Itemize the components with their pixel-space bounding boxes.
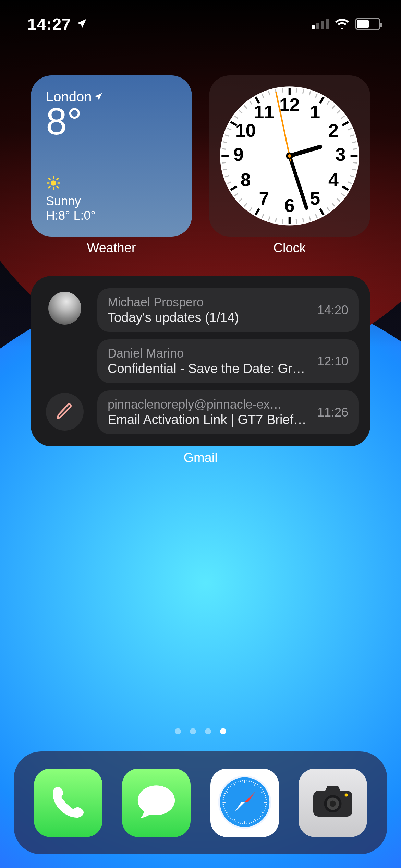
svg-text:5: 5: [310, 188, 320, 208]
weather-temperature: 8°: [46, 103, 177, 140]
gmail-list: Michael Prospero Today's updates (1/14) …: [97, 288, 359, 434]
svg-line-26: [353, 162, 357, 163]
status-bar: 14:27: [0, 0, 401, 41]
mail-subject: Confidential - Save the Date: Gr…: [108, 361, 312, 376]
mail-time: 14:20: [317, 303, 348, 317]
mail-subject: Email Activation Link | GT7 Brief…: [108, 412, 312, 427]
svg-line-146: [238, 781, 238, 782]
svg-line-69: [282, 88, 283, 93]
svg-text:3: 3: [336, 144, 346, 165]
camera-icon: [307, 776, 359, 829]
safari-icon: [216, 773, 274, 833]
avatar[interactable]: [48, 292, 81, 325]
svg-point-154: [330, 801, 336, 807]
wifi-icon: [335, 17, 350, 31]
dock: [14, 751, 387, 854]
svg-line-132: [223, 807, 224, 807]
safari-app[interactable]: [210, 769, 279, 837]
cellular-signal-icon: [312, 19, 329, 29]
svg-line-123: [235, 821, 236, 822]
gmail-widget-container: Michael Prospero Today's updates (1/14) …: [31, 276, 370, 465]
svg-text:4: 4: [328, 170, 339, 190]
camera-app[interactable]: [299, 769, 367, 837]
svg-text:2: 2: [328, 120, 339, 141]
messages-icon: [134, 780, 179, 826]
svg-line-107: [265, 809, 266, 809]
svg-line-108: [264, 811, 265, 811]
analog-clock-face: 12 1 2 3 4 5 6 7 8 9 10 11: [219, 85, 361, 227]
phone-icon: [48, 782, 89, 824]
svg-line-147: [240, 781, 240, 782]
svg-point-86: [288, 154, 291, 158]
svg-point-0: [51, 180, 56, 185]
mail-item[interactable]: Daniel Marino Confidential - Save the Da…: [97, 339, 359, 383]
svg-line-5: [49, 178, 50, 180]
mail-item[interactable]: pinnaclenoreply@pinnacle-ex… Email Activ…: [97, 390, 359, 434]
page-dot: [175, 728, 181, 734]
svg-line-56: [222, 149, 226, 149]
svg-line-8: [57, 178, 58, 180]
svg-line-6: [57, 186, 58, 188]
svg-line-39: [296, 219, 296, 224]
weather-high-low: H:8° L:0°: [46, 208, 177, 223]
mail-item[interactable]: Michael Prospero Today's updates (1/14) …: [97, 288, 359, 332]
svg-line-137: [223, 795, 224, 796]
weather-widget[interactable]: London 8° Sunny H:8° L: [31, 75, 192, 237]
svg-line-101: [265, 795, 266, 796]
mail-time: 11:26: [317, 405, 348, 420]
svg-text:8: 8: [241, 170, 251, 190]
svg-point-155: [345, 794, 348, 797]
mail-time: 12:10: [317, 354, 348, 369]
svg-line-138: [224, 793, 226, 794]
svg-line-24: [353, 149, 357, 149]
svg-line-145: [235, 782, 236, 783]
clock-widget-label: Clock: [209, 241, 370, 255]
location-services-icon: [75, 15, 88, 34]
svg-text:12: 12: [279, 94, 300, 115]
svg-line-54: [222, 162, 226, 163]
svg-text:10: 10: [235, 120, 256, 141]
svg-text:11: 11: [254, 101, 275, 122]
page-indicator[interactable]: [0, 728, 401, 734]
svg-text:6: 6: [284, 195, 295, 216]
svg-line-93: [253, 782, 254, 783]
svg-line-11: [296, 88, 296, 93]
weather-widget-container: London 8° Sunny H:8° L: [31, 75, 192, 255]
page-dot-active: [220, 728, 226, 734]
svg-line-100: [264, 793, 265, 794]
clock-widget[interactable]: 12 1 2 3 4 5 6 7 8 9 10 11: [209, 75, 370, 237]
svg-text:1: 1: [310, 101, 320, 122]
svg-line-92: [251, 781, 252, 782]
svg-line-91: [249, 781, 249, 782]
phone-app[interactable]: [34, 769, 102, 837]
mail-sender: Daniel Marino: [108, 346, 312, 361]
mail-sender: Michael Prospero: [108, 295, 312, 310]
sun-icon: [46, 176, 177, 192]
messages-app[interactable]: [122, 769, 191, 837]
mail-subject: Today's updates (1/14): [108, 310, 312, 325]
svg-line-116: [251, 822, 252, 823]
gmail-widget-label: Gmail: [31, 450, 370, 465]
compose-button[interactable]: [46, 393, 84, 431]
svg-line-121: [240, 823, 240, 824]
svg-line-7: [49, 186, 50, 188]
svg-line-130: [224, 811, 226, 811]
page-dot: [190, 728, 196, 734]
page-dot: [205, 728, 211, 734]
weather-widget-label: Weather: [31, 241, 192, 255]
svg-line-115: [253, 821, 254, 822]
status-time: 14:27: [27, 15, 71, 34]
svg-text:9: 9: [233, 144, 244, 165]
clock-widget-container: 12 1 2 3 4 5 6 7 8 9 10 11: [209, 75, 370, 255]
svg-line-41: [282, 219, 283, 224]
svg-line-122: [238, 822, 238, 823]
svg-line-106: [265, 807, 266, 807]
svg-line-117: [249, 823, 249, 824]
gmail-widget[interactable]: Michael Prospero Today's updates (1/14) …: [31, 276, 370, 446]
mail-sender: pinnaclenoreply@pinnacle-ex…: [108, 397, 312, 412]
battery-icon: [355, 18, 380, 30]
svg-line-102: [265, 798, 266, 798]
pencil-icon: [55, 401, 74, 422]
svg-line-131: [223, 809, 224, 809]
svg-line-136: [223, 798, 224, 798]
